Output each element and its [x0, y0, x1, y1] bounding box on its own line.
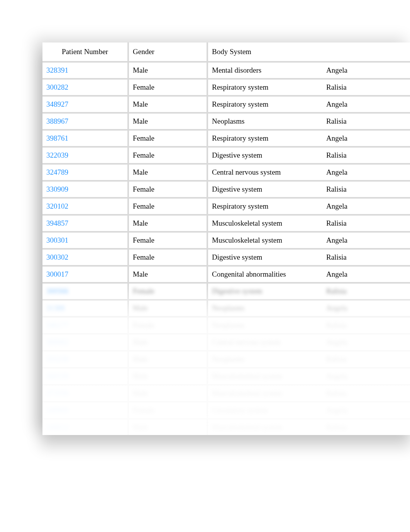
assignee-cell: Angela — [326, 338, 347, 346]
gender-cell: Female — [133, 253, 154, 262]
table-row: 388967MaleNeoplasmsRalisia — [42, 112, 410, 129]
body-system-cell: Mental disorders — [212, 66, 261, 75]
assignee-cell: Angela — [326, 134, 347, 142]
assignee-cell: Angela — [326, 372, 347, 380]
body-system-cell: Neoplasms — [212, 304, 244, 313]
table-row: 389982MaleCentral nervous systemAngela — [42, 333, 410, 350]
table-row: 324789MaleCentral nervous systemAngela — [42, 163, 410, 180]
assignee-cell: Ralisia — [326, 83, 347, 91]
table-row: 300017MaleCongenital abnormalitiesAngela — [42, 265, 410, 282]
patient-number-link[interactable]: 31388 — [46, 304, 65, 312]
body-system-cell: Neoplasms — [212, 355, 244, 364]
patient-number-link[interactable]: 389982 — [46, 338, 68, 346]
patient-number-link[interactable]: 300017 — [46, 270, 68, 278]
patient-number-link[interactable]: 324789 — [46, 168, 68, 176]
assignee-cell: Ralisia — [326, 253, 347, 261]
assignee-cell: Ralisia — [326, 185, 347, 193]
gender-cell: Male — [133, 304, 148, 313]
body-system-cell: Digestive system — [212, 287, 262, 296]
body-system-cell: Digestive system — [212, 185, 262, 194]
body-system-cell: Musculoskeletal system — [212, 389, 282, 398]
patient-number-link[interactable]: 346177 — [46, 321, 68, 329]
table-row: 320102FemaleRespiratory systemAngela — [42, 197, 410, 214]
patient-number-link[interactable]: 300301 — [46, 236, 68, 244]
assignee-cell: Ralisia — [326, 117, 347, 125]
table-row: 394857MaleMusculoskeletal systemRalisia — [42, 214, 410, 231]
gender-cell: Male — [133, 423, 148, 432]
body-system-cell: Central nervous system — [212, 338, 281, 347]
assignee-cell: Ralisia — [326, 287, 347, 295]
gender-cell: Male — [133, 117, 148, 126]
table-row: 398761FemaleRespiratory systemAngela — [42, 129, 410, 146]
gender-cell: Female — [133, 151, 154, 160]
patient-number-link[interactable]: 349900 — [46, 406, 68, 414]
patient-number-link[interactable]: 394857 — [46, 219, 68, 227]
assignee-cell: Angela — [326, 100, 347, 108]
body-system-cell: Central nervous system — [212, 168, 281, 177]
gender-cell: Male — [133, 100, 148, 109]
patient-number-link[interactable]: 388967 — [46, 117, 68, 125]
body-system-cell: Congenital abnormalities — [212, 270, 286, 279]
header-body-system: Body System — [207, 42, 311, 61]
table-row: 300282FemaleRespiratory systemRalisia — [42, 78, 410, 95]
assignee-cell: Ralisia — [326, 355, 347, 363]
gender-cell: Male — [133, 168, 148, 177]
table-header-row: Patient Number Gender Body System — [42, 42, 410, 61]
gender-cell: Male — [133, 372, 148, 381]
body-system-cell: Musculoskeletal system — [212, 372, 282, 381]
assignee-cell: Ralisia — [326, 423, 347, 431]
assignee-cell: Ralisia — [326, 151, 347, 159]
gender-cell: Female — [133, 321, 154, 330]
body-system-cell: Digestive system — [212, 151, 262, 160]
patient-number-link[interactable]: 348927 — [46, 100, 68, 108]
gender-cell: Male — [133, 389, 148, 398]
table-row: 360339MaleMusculoskeletal systemAngela — [42, 367, 410, 384]
assignee-cell: Angela — [326, 66, 347, 74]
assignee-cell: Angela — [326, 168, 347, 176]
patient-number-link[interactable]: 300282 — [46, 83, 68, 91]
gender-cell: Female — [133, 287, 154, 296]
header-patient-number: Patient Number — [42, 48, 127, 56]
patient-number-link[interactable]: 320102 — [46, 202, 68, 210]
gender-cell: Male — [133, 355, 148, 364]
body-system-cell: Musculoskeletal system — [212, 423, 282, 432]
header-gender: Gender — [127, 42, 207, 61]
table-row: 355239MaleNeoplasmsRalisia — [42, 350, 410, 367]
patient-number-link[interactable]: 348812 — [46, 423, 68, 431]
body-system-cell: Digestive system — [212, 253, 262, 262]
gender-cell: Female — [133, 134, 154, 143]
table-row: 348927MaleRespiratory systemAngela — [42, 95, 410, 112]
patient-number-link[interactable]: 371056 — [46, 389, 68, 397]
patient-number-link[interactable]: 355239 — [46, 355, 68, 363]
body-system-cell: Musculoskeletal system — [212, 236, 282, 245]
table-row: 348812MaleMusculoskeletal systemRalisia — [42, 418, 410, 435]
table-row: 300566FemaleDigestive systemRalisia — [42, 282, 410, 299]
assignee-cell: Angela — [326, 406, 347, 414]
gender-cell: Female — [133, 185, 154, 194]
patient-number-link[interactable]: 398761 — [46, 134, 68, 142]
patient-number-link[interactable]: 300302 — [46, 253, 68, 261]
body-system-cell: Circulatory system — [212, 406, 268, 415]
assignee-cell: Ralisia — [326, 219, 347, 227]
gender-cell: Female — [133, 202, 154, 211]
assignee-cell: Ralisia — [326, 389, 347, 397]
patient-number-link[interactable]: 330909 — [46, 185, 68, 193]
assignee-cell: Angela — [326, 304, 347, 312]
table-row: 328391MaleMental disordersAngela — [42, 61, 410, 78]
table-row: 31388MaleNeoplasmsAngela — [42, 299, 410, 316]
table-row: 330909FemaleDigestive systemRalisia — [42, 180, 410, 197]
gender-cell: Female — [133, 406, 154, 415]
assignee-cell: Ralisia — [326, 321, 347, 329]
body-system-cell: Neoplasms — [212, 117, 244, 126]
patient-number-link[interactable]: 322039 — [46, 151, 68, 159]
gender-cell: Female — [133, 236, 154, 245]
table-row: 300302FemaleDigestive systemRalisia — [42, 248, 410, 265]
patient-number-link[interactable]: 328391 — [46, 66, 68, 74]
table-row: 322039FemaleDigestive systemRalisia — [42, 146, 410, 163]
assignee-cell: Angela — [326, 236, 347, 244]
body-system-cell: Neoplasms — [212, 321, 244, 330]
body-system-cell: Musculoskeletal system — [212, 219, 282, 228]
patient-number-link[interactable]: 360339 — [46, 372, 68, 380]
patient-number-link[interactable]: 300566 — [46, 287, 68, 295]
table-row: 300301FemaleMusculoskeletal systemAngela — [42, 231, 410, 248]
